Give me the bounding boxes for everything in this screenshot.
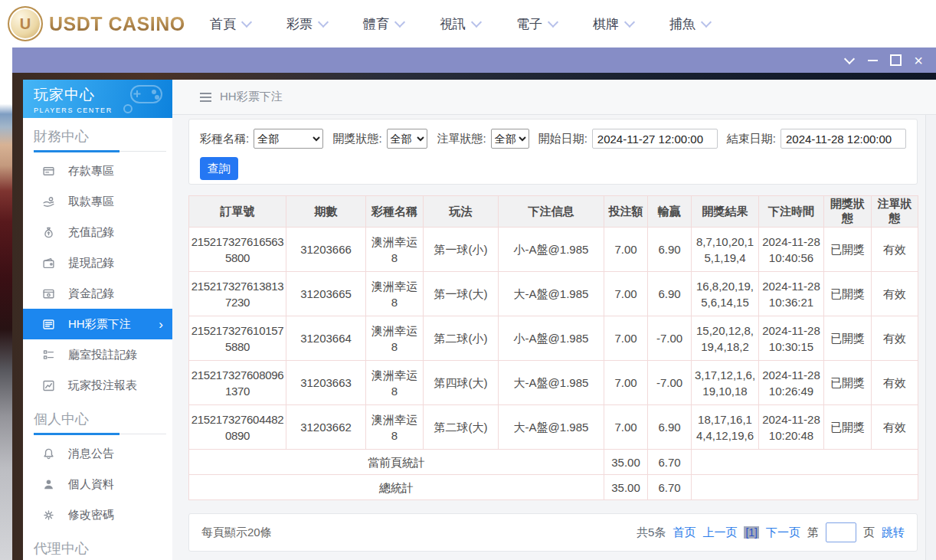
cell-time: 2024-11-28 10:30:15 <box>759 316 824 361</box>
cell-lottery: 澳洲幸运8 <box>366 228 424 272</box>
window-close-button[interactable]: × <box>907 51 930 70</box>
sidebar-item-label: 資金記錄 <box>68 287 114 301</box>
section-underline <box>34 151 166 152</box>
cell-period: 31203663 <box>286 361 366 405</box>
cell-order-status: 有效 <box>872 361 918 405</box>
window-maximize-button[interactable] <box>884 51 907 70</box>
nav-item-label: 棋牌 <box>593 15 619 33</box>
filter-panel: 彩種名稱:全部開獎狀態:全部注單狀態:全部開始日期:結束日期: 查詢 <box>188 119 918 185</box>
column-header: 開獎狀態 <box>824 196 872 228</box>
page-title: HH彩票下注 <box>220 90 283 104</box>
chevron-down-icon <box>241 16 252 27</box>
cell-play: 第二球(大) <box>424 405 499 450</box>
brand-logo[interactable]: U USDT CASINO <box>8 6 185 41</box>
window-collapse-button[interactable] <box>838 51 861 70</box>
column-header: 下注信息 <box>499 196 604 228</box>
content-scrollbar[interactable] <box>925 115 936 560</box>
draw-status-select[interactable]: 全部 <box>387 129 428 149</box>
lottery-name-select[interactable]: 全部 <box>254 129 323 149</box>
cell-win: -7.00 <box>648 361 692 405</box>
cell-period: 31203662 <box>286 405 366 450</box>
cell-play: 第一球(大) <box>424 272 499 316</box>
cell-win: 6.90 <box>648 272 692 316</box>
table-footer: 每頁顯示20條 共5条 首页 上一页 [1] 下一页 第 页 跳转 <box>188 513 918 552</box>
top-nav: 首頁彩票體育視訊電子棋牌捕魚 <box>210 15 710 33</box>
nav-item[interactable]: 彩票 <box>286 15 327 33</box>
cell-draw-status: 已開獎 <box>824 228 872 272</box>
summary-amount: 35.00 <box>604 475 648 500</box>
jump-page-link[interactable]: 跳转 <box>882 526 905 540</box>
lottery-bet-icon <box>42 318 55 331</box>
cell-period: 31203665 <box>286 272 366 316</box>
sidebar-item[interactable]: 取款專區 <box>23 186 172 217</box>
cell-win: 6.90 <box>648 405 692 450</box>
pagination: 共5条 首页 上一页 [1] 下一页 第 页 跳转 <box>637 522 905 542</box>
app-root: U USDT CASINO 首頁彩票體育視訊電子棋牌捕魚 × 玩家中心 PLAY… <box>0 0 936 560</box>
cell-time: 2024-11-28 10:26:49 <box>759 361 824 405</box>
cell-result: 15,20,12,8,19,4,18,2 <box>692 316 759 361</box>
cell-order-status: 有效 <box>872 405 918 450</box>
cell-time: 2024-11-28 10:20:48 <box>759 405 824 450</box>
cell-order-id: 2152173276044820890 <box>189 405 286 450</box>
column-header: 投注額 <box>604 196 648 228</box>
cell-order-id: 2152173276138137230 <box>189 272 286 316</box>
table-header-row: 訂單號期數彩種名稱玩法下注信息投注額輸贏開獎結果下注時間開獎狀態注單狀態 <box>189 196 918 228</box>
cell-amount: 7.00 <box>604 228 648 272</box>
prev-page-link[interactable]: 上一页 <box>702 526 737 540</box>
window-titlebar: × <box>12 47 936 73</box>
nav-item[interactable]: 視訊 <box>440 15 480 33</box>
cell-play: 第四球(大) <box>424 361 499 405</box>
nav-item-label: 電子 <box>516 15 542 33</box>
sidebar-item[interactable]: 存款專區 <box>23 156 172 186</box>
query-button[interactable]: 查詢 <box>200 157 238 180</box>
nav-item[interactable]: 首頁 <box>210 15 250 33</box>
next-page-link[interactable]: 下一页 <box>766 526 800 540</box>
start-date-input[interactable] <box>592 129 718 149</box>
cell-bet-info: 小-A盤@1.985 <box>499 228 604 272</box>
recharge-bag-icon <box>42 226 55 239</box>
order-status-select[interactable]: 全部 <box>491 129 529 149</box>
cell-order-status: 有效 <box>872 272 918 316</box>
sidebar-item[interactable]: 修改密碼 <box>23 499 172 530</box>
sidebar-item-label: 充值記錄 <box>68 225 114 240</box>
table-row: 2152173276138137230 31203665 澳洲幸运8 第一球(大… <box>189 272 918 316</box>
table-row: 2152173276080961370 31203663 澳洲幸运8 第四球(大… <box>189 361 918 405</box>
page-jump-input[interactable] <box>826 522 856 542</box>
sidebar-item-label: 玩家投注報表 <box>68 378 137 393</box>
sidebar-item[interactable]: 充值記錄 <box>23 217 172 247</box>
chevron-right-icon: › <box>159 318 163 331</box>
sidebar-item[interactable]: HH彩票下注› <box>23 309 172 339</box>
cell-amount: 7.00 <box>604 272 648 316</box>
sidebar-item-label: 修改密碼 <box>68 508 114 522</box>
bet-report-icon <box>42 379 55 392</box>
filter-label: 開始日期: <box>538 132 587 146</box>
first-page-link[interactable]: 首页 <box>673 526 695 540</box>
cell-lottery: 澳洲幸运8 <box>366 405 424 450</box>
menu-icon[interactable] <box>200 93 211 102</box>
sidebar-item[interactable]: 消息公告 <box>23 438 172 469</box>
bets-table-panel: 訂單號期數彩種名稱玩法下注信息投注額輸贏開獎結果下注時間開獎狀態注單狀態 215… <box>188 195 918 500</box>
player-center-window: × 玩家中心 PLAYERS CENTER <box>12 47 936 560</box>
column-header: 玩法 <box>424 196 499 228</box>
window-body: 玩家中心 PLAYERS CENTER 財務中心存款專區取款專區充值記錄提現記錄… <box>12 73 936 560</box>
cell-draw-status: 已開獎 <box>824 405 872 450</box>
sidebar-item[interactable]: 玩家投注報表 <box>23 370 172 401</box>
cell-play: 第二球(小) <box>424 316 499 361</box>
nav-item[interactable]: 電子 <box>516 15 557 33</box>
column-header: 彩種名稱 <box>366 196 424 228</box>
end-date-input[interactable] <box>781 129 906 149</box>
filter-label: 注單狀態: <box>437 132 486 146</box>
cell-order-status: 有效 <box>872 228 918 272</box>
page-background-photo <box>0 47 12 560</box>
nav-item[interactable]: 捕魚 <box>669 15 710 33</box>
sidebar-item[interactable]: 提現記錄 <box>23 247 172 278</box>
sidebar-item[interactable]: 廳室投註記錄 <box>23 339 172 370</box>
window-minimize-button[interactable] <box>861 51 884 70</box>
nav-item[interactable]: 體育 <box>363 15 404 33</box>
nav-item[interactable]: 棋牌 <box>593 15 633 33</box>
sidebar: 玩家中心 PLAYERS CENTER 財務中心存款專區取款專區充值記錄提現記錄… <box>23 80 172 560</box>
sidebar-header: 玩家中心 PLAYERS CENTER <box>23 80 172 118</box>
cell-order-id: 2152173276101575880 <box>189 316 286 361</box>
sidebar-item[interactable]: 個人資料 <box>23 469 172 499</box>
sidebar-item[interactable]: 資金記錄 <box>23 278 172 309</box>
